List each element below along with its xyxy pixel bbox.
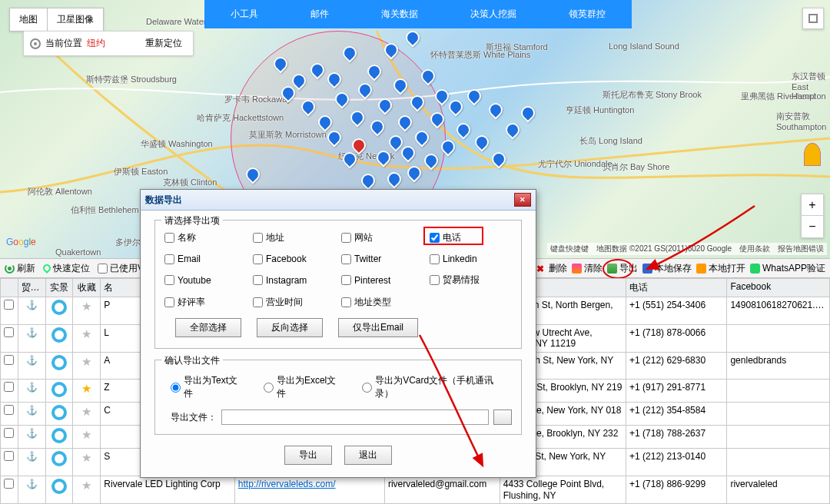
map-type-map[interactable]: 地图 — [10, 8, 48, 31]
map-pin-icon[interactable] — [503, 120, 522, 139]
top-menu-item-2[interactable]: 海关数据 — [355, 0, 444, 28]
dialog-titlebar[interactable]: 数据导出 ✕ — [141, 190, 536, 211]
checkbox-input[interactable] — [341, 275, 351, 285]
radio-text[interactable]: 导出为Text文件 — [171, 374, 247, 400]
streetview-icon[interactable] — [51, 405, 67, 420]
star-icon[interactable]: ★ — [81, 428, 91, 441]
checkbox-input[interactable] — [341, 254, 351, 264]
checkbox-input[interactable] — [341, 233, 351, 243]
zoom-out-button[interactable]: − — [802, 216, 823, 237]
row-checkbox[interactable] — [4, 382, 14, 392]
row-checkbox[interactable] — [4, 428, 14, 438]
row-checkbox[interactable] — [4, 355, 14, 365]
star-icon[interactable]: ★ — [81, 405, 91, 418]
tb-openlocal[interactable]: 本地打开 — [696, 262, 745, 275]
website-link[interactable]: http://rivervaleleds.com/ — [238, 479, 336, 489]
star-icon[interactable]: ★ — [81, 327, 91, 340]
checkbox-input[interactable] — [164, 233, 174, 243]
row-checkbox[interactable] — [4, 479, 14, 489]
check-addrtype[interactable]: 地址类型 — [341, 296, 423, 309]
close-icon[interactable]: ✕ — [514, 193, 531, 207]
star-icon[interactable]: ★ — [81, 300, 91, 313]
row-checkbox[interactable] — [4, 300, 14, 310]
star-icon[interactable]: ★ — [81, 479, 91, 492]
streetview-icon[interactable] — [51, 451, 67, 466]
map-pin-icon[interactable] — [518, 103, 537, 122]
checkbox-input[interactable] — [253, 275, 263, 285]
top-menu-item-1[interactable]: 邮件 — [284, 0, 355, 28]
export-button[interactable]: 导出 — [284, 446, 332, 465]
check-linkedin[interactable]: Linkedin — [430, 254, 512, 264]
star-icon[interactable]: ★ — [81, 451, 91, 464]
table-row[interactable]: ⚓★Rivervale LED Lighting Corphttp://rive… — [1, 476, 830, 504]
star-icon[interactable]: ★ — [81, 382, 91, 395]
checkbox-input[interactable] — [430, 233, 440, 243]
tb-delete[interactable]: ✖删除 — [536, 262, 567, 275]
map-pin-icon[interactable] — [464, 86, 483, 105]
streetview-icon[interactable] — [51, 300, 67, 315]
radio-excel[interactable]: 导出为Excel文件 — [264, 374, 345, 400]
map-type-satellite[interactable]: 卫星图像 — [48, 8, 103, 31]
radio-input[interactable] — [264, 383, 274, 393]
tb-savelocal[interactable]: 本地保存 — [642, 262, 692, 275]
tb-quickloc[interactable]: 快速定位 — [43, 262, 90, 275]
check-name[interactable]: 名称 — [164, 231, 247, 244]
checkbox-input[interactable] — [164, 297, 174, 307]
tb-export[interactable]: 导出 — [607, 262, 638, 275]
check-instagram[interactable]: Instagram — [253, 274, 335, 287]
radio-input[interactable] — [362, 383, 372, 393]
top-menu-item-3[interactable]: 决策人挖掘 — [444, 0, 543, 28]
tb-whatsapp[interactable]: WhatsAPP验证 — [750, 262, 825, 275]
checkbox-input[interactable] — [164, 275, 174, 285]
streetview-icon[interactable] — [51, 355, 67, 370]
relocate-button[interactable]: 重新定位 — [141, 35, 187, 51]
tb-refresh[interactable]: 刷新 — [5, 262, 35, 275]
invert-select-button[interactable]: 反向选择 — [257, 318, 323, 337]
col-header[interactable]: 收藏 — [73, 279, 101, 297]
checkbox-input[interactable] — [253, 233, 263, 243]
row-checkbox[interactable] — [4, 451, 14, 461]
top-menu-item-0[interactable]: 小工具 — [204, 0, 284, 28]
check-hours[interactable]: 营业时间 — [253, 296, 335, 309]
star-icon[interactable]: ★ — [81, 355, 91, 368]
map-pin-icon[interactable] — [453, 120, 473, 139]
email-only-button[interactable]: 仅导出Email — [338, 318, 418, 337]
col-header[interactable]: Facebook — [727, 279, 830, 297]
exit-button[interactable]: 退出 — [344, 446, 392, 465]
check-rating[interactable]: 好评率 — [164, 296, 247, 309]
streetview-icon[interactable] — [51, 479, 67, 494]
col-header[interactable] — [1, 279, 18, 297]
streetview-icon[interactable] — [51, 428, 67, 443]
map-pin-icon[interactable] — [446, 97, 465, 116]
select-all-button[interactable]: 全部选择 — [175, 318, 241, 337]
check-email[interactable]: Email — [164, 254, 247, 264]
tb-clear[interactable]: 清除 — [572, 262, 603, 275]
row-checkbox[interactable] — [4, 405, 14, 415]
zoom-in-button[interactable]: + — [802, 194, 823, 216]
checkbox-input[interactable] — [253, 254, 263, 264]
pegman-icon[interactable] — [804, 143, 821, 166]
check-pinterest[interactable]: Pinterest — [341, 274, 423, 287]
check-addr[interactable]: 地址 — [253, 231, 335, 244]
checkbox-input[interactable] — [430, 254, 440, 264]
checkbox-input[interactable] — [164, 254, 174, 264]
map-pin-icon[interactable] — [489, 149, 508, 168]
check-twitter[interactable]: Twitter — [341, 254, 423, 264]
col-header[interactable]: 实景 — [45, 279, 73, 297]
browse-button[interactable] — [493, 410, 512, 425]
check-web[interactable]: 网站 — [341, 231, 423, 244]
checkbox-input[interactable] — [253, 297, 263, 307]
row-checkbox[interactable] — [4, 327, 14, 337]
col-header[interactable]: 贸易情报 — [18, 279, 45, 297]
check-trade[interactable]: 贸易情报 — [430, 274, 512, 287]
col-header[interactable]: 电话 — [626, 279, 727, 297]
radio-vcard[interactable]: 导出为VCard文件（手机通讯录） — [362, 374, 512, 400]
check-phone[interactable]: 电话 — [430, 231, 512, 244]
top-menu-item-4[interactable]: 领英群控 — [543, 0, 632, 28]
map-pin-icon[interactable] — [403, 28, 422, 47]
check-youtube[interactable]: Youtube — [164, 274, 247, 287]
streetview-icon[interactable] — [51, 382, 67, 397]
checkbox-input[interactable] — [341, 297, 351, 307]
checkbox-input[interactable] — [430, 275, 440, 285]
file-path-input[interactable] — [221, 410, 489, 425]
